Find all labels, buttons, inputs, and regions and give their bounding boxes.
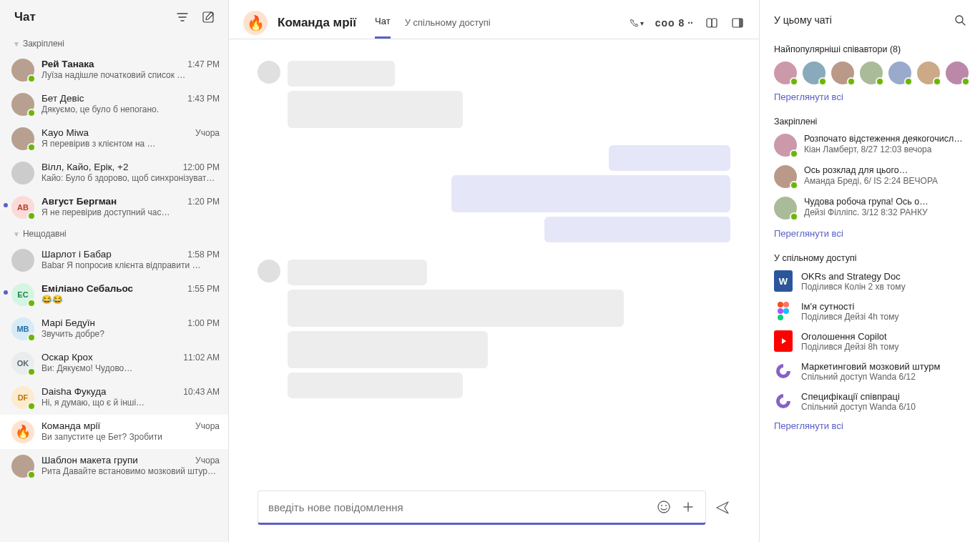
pinned-subtitle: Аманда Бреді, 6/ IS 2:24 ВЕЧОРА bbox=[804, 176, 967, 186]
add-icon[interactable] bbox=[681, 500, 695, 514]
copilot-icon[interactable] bbox=[705, 16, 719, 30]
chat-item-name: Рей Танака bbox=[41, 59, 94, 69]
avatar bbox=[774, 134, 797, 157]
avatar: DF bbox=[11, 386, 34, 409]
coauthor-avatar[interactable] bbox=[774, 61, 797, 84]
shared-title: Ім'я сутності bbox=[801, 301, 967, 312]
chat-item-preview: Звучить добре? bbox=[41, 329, 220, 339]
view-all-link[interactable]: Переглянути всі bbox=[774, 420, 967, 431]
coauthors-label: Найпопулярніші співавтори (8) bbox=[774, 44, 967, 54]
sidebar-header: Чат bbox=[0, 0, 228, 34]
details-panel: У цьому чаті Найпопулярніші співавтори (… bbox=[760, 0, 980, 542]
chat-list-item[interactable]: Бет Девіс 1:43 PM Дякуємо, це було б неп… bbox=[0, 87, 228, 122]
chat-list-item[interactable]: MB Марі Бедуїн 1:00 PM Звучить добре? bbox=[0, 312, 228, 346]
chat-list-item[interactable]: AB Август Бергман 1:20 PM Я не перевірив… bbox=[0, 190, 228, 225]
chat-list-item[interactable]: DF Daisha Фукуда 10:43 AM Ні, я думаю, щ… bbox=[0, 380, 228, 415]
svg-point-7 bbox=[665, 505, 667, 506]
svg-point-9 bbox=[778, 302, 783, 307]
chat-item-time: 1:20 PM bbox=[187, 197, 220, 207]
panel-title: У цьому чаті bbox=[774, 14, 832, 26]
tab-chat[interactable]: Чат bbox=[375, 7, 391, 39]
shared-title: Оголошення Copilot bbox=[801, 331, 967, 342]
members-count[interactable]: соо 8 ·· bbox=[655, 17, 693, 29]
chat-item-name: Оскар Крох bbox=[41, 352, 93, 363]
message-bubble[interactable] bbox=[288, 373, 463, 398]
chat-title: Команда мрії bbox=[278, 16, 356, 30]
coauthor-avatar[interactable] bbox=[803, 61, 825, 84]
filter-icon[interactable] bbox=[175, 10, 190, 24]
message-bubble[interactable] bbox=[451, 175, 730, 212]
message-bubble[interactable] bbox=[288, 260, 427, 285]
chat-item-time: 10:43 AM bbox=[183, 387, 220, 397]
chat-list-item[interactable]: Рей Танака 1:47 PM Луїза надішле початко… bbox=[0, 53, 228, 87]
chat-item-name: Август Бергман bbox=[41, 196, 117, 207]
chat-item-preview: 😂😂 bbox=[41, 295, 220, 305]
view-all-link[interactable]: Переглянути всі bbox=[774, 92, 967, 102]
chat-item-preview: Ні, я думаю, що є й інші… bbox=[41, 398, 220, 408]
chat-list-item[interactable]: Шаблон макета групи Учора Рита Давайте в… bbox=[0, 449, 228, 483]
pinned-message[interactable]: Ось розклад для цього… Аманда Бреді, 6/ … bbox=[774, 165, 967, 188]
pinned-title: Розпочато відстеження деякогочисла… bbox=[804, 134, 967, 144]
pinned-section-header[interactable]: ▼ Закріплені bbox=[0, 34, 228, 53]
coauthor-avatar[interactable] bbox=[860, 61, 883, 84]
chat-list-item[interactable]: Шарлот і Бабар 1:58 PM Babar Я попросив … bbox=[0, 243, 228, 277]
coauthor-avatar[interactable] bbox=[917, 61, 940, 84]
svg-rect-2 bbox=[712, 19, 717, 27]
message-bubble[interactable] bbox=[288, 331, 488, 368]
new-chat-icon[interactable] bbox=[201, 10, 215, 24]
chat-list-item[interactable]: 🔥 Команда мрії Учора Ви запустите це Бет… bbox=[0, 415, 228, 449]
chat-list-item[interactable]: Kayo Miwa Учора Я перевірив з клієнтом н… bbox=[0, 122, 228, 156]
chat-item-time: 1:47 PM bbox=[187, 59, 220, 69]
word-icon: W bbox=[774, 270, 793, 292]
pinned-message[interactable]: Розпочато відстеження деякогочисла… Кіан… bbox=[774, 134, 967, 157]
shared-file-item[interactable]: Ім'я сутності Поділився Дейзі 4h тому bbox=[774, 300, 967, 322]
message-bubble[interactable] bbox=[288, 290, 624, 327]
avatar bbox=[11, 162, 34, 184]
coauthor-avatar[interactable] bbox=[888, 61, 911, 84]
shared-file-item[interactable]: Маркетинговий мозковий штурм Спільний до… bbox=[774, 360, 967, 382]
chat-item-preview: Ви запустите це Бет? Зробити bbox=[41, 432, 220, 442]
shared-title: OKRs and Strategy Doc bbox=[801, 271, 967, 282]
shared-file-item[interactable]: Специфікації співпраці Спільний доступ W… bbox=[774, 390, 967, 412]
message-bubble[interactable] bbox=[288, 61, 395, 87]
coauthor-avatar[interactable] bbox=[831, 61, 854, 84]
chat-item-name: Шаблон макета групи bbox=[41, 455, 138, 465]
svg-point-11 bbox=[778, 308, 783, 314]
recent-section-header[interactable]: ▼ Нещодавні bbox=[0, 225, 228, 243]
search-icon[interactable] bbox=[953, 13, 967, 27]
emoji-icon[interactable] bbox=[657, 500, 671, 514]
chat-item-preview: Babar Я попросив клієнта відправити … bbox=[41, 260, 220, 270]
chat-item-time: 1:00 PM bbox=[187, 318, 220, 328]
shared-file-item[interactable]: W OKRs and Strategy Doc Поділився Колін … bbox=[774, 270, 967, 292]
message-bubble[interactable] bbox=[288, 91, 463, 128]
view-all-link[interactable]: Переглянути всі bbox=[774, 228, 967, 239]
sent-message-group bbox=[258, 145, 730, 242]
tab-shared[interactable]: У спільному доступі bbox=[405, 7, 491, 39]
pinned-title: Ось розклад для цього… bbox=[804, 165, 967, 175]
panel-open-icon[interactable] bbox=[730, 16, 745, 30]
loop-icon bbox=[774, 390, 793, 412]
pinned-message[interactable]: Чудова робоча група! Ось о… Дейзі Філліп… bbox=[774, 197, 967, 220]
shared-file-item[interactable]: Оголошення Copilot Поділився Дейзі 8h то… bbox=[774, 330, 967, 352]
shared-title: Маркетинговий мозковий штурм bbox=[801, 361, 967, 372]
chat-item-time: 1:55 PM bbox=[187, 284, 220, 294]
chat-list-item[interactable]: Вілл, Кайо, Ерік, +2 12:00 PM Кайо: Було… bbox=[0, 156, 228, 190]
shared-title: Специфікації співпраці bbox=[801, 391, 967, 402]
pinned-title: Чудова робоча група! Ось о… bbox=[804, 197, 967, 207]
avatar bbox=[11, 249, 34, 272]
svg-rect-1 bbox=[707, 19, 712, 27]
compose-box[interactable] bbox=[258, 491, 706, 525]
message-input[interactable] bbox=[268, 501, 650, 513]
message-bubble[interactable] bbox=[609, 145, 730, 171]
chat-item-name: Марі Бедуїн bbox=[41, 317, 95, 328]
call-icon[interactable]: ▾ bbox=[629, 16, 644, 30]
svg-point-13 bbox=[778, 315, 783, 320]
avatar bbox=[774, 165, 797, 188]
chat-list-item[interactable]: OK Оскар Крох 11:02 AM Ви: Дякуємо! Чудо… bbox=[0, 346, 228, 380]
chat-item-time: Учора bbox=[195, 455, 220, 465]
message-bubble[interactable] bbox=[544, 217, 730, 242]
chat-item-time: Учора bbox=[195, 421, 220, 431]
chat-list-item[interactable]: EC Еміліано Себальос 1:55 PM 😂😂 bbox=[0, 277, 228, 312]
coauthor-avatar[interactable] bbox=[946, 61, 969, 84]
send-icon[interactable] bbox=[715, 500, 730, 516]
